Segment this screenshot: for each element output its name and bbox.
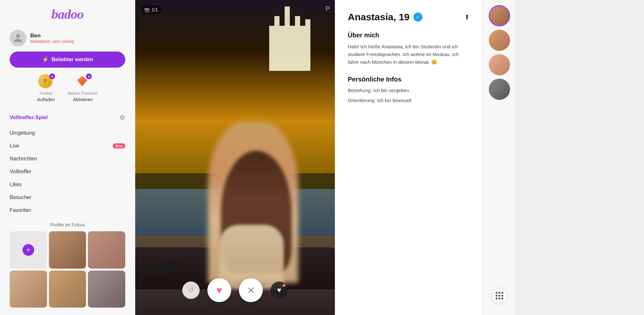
focus-item-1[interactable] — [49, 231, 86, 269]
user-profile-section: Ben Beliebtheit: sehr niedrig — [0, 30, 135, 46]
beliebtheit-value: sehr niedrig — [52, 39, 74, 44]
focus-section-title: Profile im Fokus — [50, 222, 85, 227]
premium-action-label: Aktivieren — [73, 97, 92, 102]
premium-icon-container: + — [75, 74, 90, 90]
rewind-button[interactable]: ↺ — [182, 282, 200, 299]
x-icon: ✕ — [247, 285, 255, 296]
sidebar-item-besucher[interactable]: Besucher — [10, 191, 125, 204]
likes-label: Likes — [10, 182, 22, 187]
coin-shape: P — [40, 76, 51, 86]
profile-panel: Anastasia, 19 ✓ ⬆ Über mich Halo! Ich he… — [335, 0, 483, 315]
volltreffer-spiel-label: Volltreffer-Spiel — [10, 115, 48, 120]
super-like-button[interactable]: ♥ — [270, 282, 288, 299]
focus-grid-row2 — [0, 271, 135, 308]
focus-add-item[interactable]: + — [10, 231, 47, 269]
live-label: Live — [10, 143, 19, 149]
sidebar-item-umgebung[interactable]: Umgebung — [10, 127, 125, 139]
focus-item-2[interactable] — [88, 231, 125, 269]
umgebung-label: Umgebung — [10, 130, 35, 136]
premium-plus-badge: + — [86, 73, 92, 79]
user-name: Ben — [30, 33, 74, 39]
favoriten-label: Favoriten — [10, 207, 31, 213]
besucher-label: Besucher — [10, 195, 32, 200]
app-logo: badoo — [52, 6, 84, 22]
punkte-plus-badge: + — [49, 73, 55, 79]
share-button[interactable]: ⬆ — [464, 13, 470, 21]
belieber-werden-button[interactable]: ⚡ Beliebter werden — [10, 52, 125, 68]
orientierung-label: Orientierung: — [348, 98, 377, 103]
super-like-icon: ♥ — [277, 286, 281, 294]
suggestion-avatar-1-img — [490, 6, 509, 25]
user-avatar[interactable] — [10, 30, 26, 46]
live-new-badge: New — [113, 143, 125, 148]
grid-dots-icon — [496, 292, 503, 300]
suggestion-avatar-2-img — [489, 30, 510, 51]
diamond-shape — [77, 76, 87, 86]
suggestion-avatar-2[interactable] — [489, 30, 510, 51]
add-circle-icon: + — [23, 244, 34, 256]
grid-menu-button[interactable] — [492, 288, 507, 303]
verified-badge: ✓ — [413, 13, 422, 22]
sidebar-item-favoriten[interactable]: Favoriten — [10, 204, 125, 217]
punkte-action-label: Aufladen — [37, 97, 55, 102]
right-bottom-area — [492, 288, 507, 310]
premium-item[interactable]: + Badoo Premium Aktivieren — [68, 74, 98, 102]
photo-flag: P — [326, 5, 330, 13]
sidebar: badoo Ben Beliebtheit: sehr niedrig ⚡ Be… — [0, 0, 135, 315]
nachrichten-label: Nachrichten — [10, 156, 37, 162]
suggestion-avatar-4-img — [489, 79, 510, 100]
sidebar-item-likes[interactable]: Likes — [10, 178, 125, 191]
rewind-icon: ↺ — [188, 286, 194, 294]
suggestion-avatar-3-img — [489, 54, 510, 75]
focus-img-2 — [88, 231, 125, 269]
nav-header: Volltreffer-Spiel ⚙ — [10, 111, 125, 124]
heart-icon: ♥ — [216, 284, 223, 296]
action-buttons-container: ↺ ♥ ✕ ♥ — [182, 278, 288, 302]
punkte-top-label: Punkte — [40, 91, 52, 96]
photo-counter-text: 1/1 — [152, 7, 158, 12]
focus-item-3[interactable] — [10, 271, 47, 308]
bolt-icon: ⚡ — [42, 56, 49, 63]
sidebar-item-volltreffer-spiel[interactable]: Volltreffer-Spiel — [10, 111, 48, 124]
beziehung-row: Beziehung: Ich bin vergeben — [348, 87, 470, 94]
super-like-dot — [283, 284, 285, 287]
volltreffer-label: Volltreffer — [10, 169, 31, 175]
premium-top-label: Badoo Premium — [68, 91, 98, 96]
personal-info-section: Persönliche Infos Beziehung: Ich bin ver… — [348, 76, 470, 104]
nope-button[interactable]: ✕ — [239, 278, 263, 302]
punkte-item[interactable]: P + Punkte Aufladen — [37, 74, 55, 102]
focus-img-1 — [49, 231, 86, 269]
user-beliebtheit: Beliebtheit: sehr niedrig — [30, 39, 74, 44]
credits-row: P + Punkte Aufladen + Badoo Premium Akti… — [27, 74, 108, 102]
focus-item-5[interactable] — [88, 271, 125, 308]
like-button[interactable]: ♥ — [207, 278, 231, 302]
share-icon: ⬆ — [464, 14, 470, 21]
beziehung-label: Beziehung: — [348, 88, 373, 93]
focus-item-4[interactable] — [49, 271, 86, 308]
orientierung-value: Ich bin bisexuell — [377, 98, 412, 103]
suggestion-avatar-1[interactable] — [489, 5, 510, 26]
nav-section: Volltreffer-Spiel ⚙ Umgebung Live New Na… — [0, 111, 135, 217]
sidebar-item-live[interactable]: Live New — [10, 139, 125, 152]
sidebar-item-nachrichten[interactable]: Nachrichten — [10, 152, 125, 165]
bio-text: Halo! Ich heiße Anastasia, ich bin Stude… — [348, 43, 470, 66]
belieber-label: Beliebter werden — [52, 57, 93, 62]
sidebar-item-volltreffer[interactable]: Volltreffer — [10, 165, 125, 178]
personal-heading: Persönliche Infos — [348, 76, 470, 83]
main-photo-area: 📷 1/1 P ↺ ♥ ✕ ♥ — [135, 0, 335, 315]
profile-name-row: Anastasia, 19 ✓ ⬆ — [348, 12, 470, 23]
right-suggestions-panel — [483, 0, 515, 315]
photo-background — [135, 0, 335, 315]
nav-settings-icon[interactable]: ⚙ — [119, 114, 125, 121]
photo-counter: 📷 1/1 — [140, 5, 162, 14]
user-info: Ben Beliebtheit: sehr niedrig — [30, 33, 74, 44]
punkte-icon-container: P + — [38, 74, 54, 90]
about-heading: Über mich — [348, 32, 470, 39]
camera-icon: 📷 — [144, 7, 150, 12]
focus-grid-row1: + — [0, 231, 135, 269]
suggestion-avatar-4[interactable] — [489, 79, 510, 100]
orientierung-row: Orientierung: Ich bin bisexuell — [348, 97, 470, 104]
profile-name: Anastasia, 19 — [348, 12, 410, 23]
beziehung-value: Ich bin vergeben — [373, 88, 409, 93]
suggestion-avatar-3[interactable] — [489, 54, 510, 75]
